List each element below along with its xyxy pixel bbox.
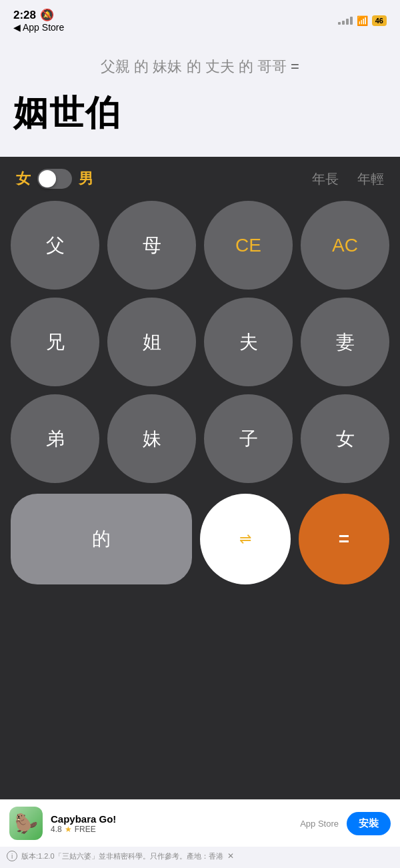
husband-button[interactable]: 夫: [204, 298, 293, 386]
ad-rating: 4.8 ★ FREE: [51, 825, 292, 834]
swap-icon: ⇌: [239, 530, 251, 548]
back-label: App Store: [23, 22, 64, 33]
male-label: 男: [79, 169, 93, 189]
ad-app-icon: 🦫: [9, 807, 43, 840]
close-icon[interactable]: ✕: [227, 851, 234, 861]
daughter-button[interactable]: 女: [301, 394, 389, 483]
equals-button[interactable]: =: [299, 494, 389, 584]
question-area: 父親 的 妹妹 的 丈夫 的 哥哥 =: [0, 37, 400, 83]
back-arrow-icon: ◀: [13, 22, 21, 33]
gender-switch[interactable]: [37, 169, 72, 189]
older-brother-button[interactable]: 兄: [11, 298, 99, 386]
ad-title: Capybara Go!: [51, 813, 292, 825]
son-button[interactable]: 子: [204, 394, 293, 483]
younger-brother-button[interactable]: 弟: [11, 394, 99, 483]
calculator-panel: 女 男 年長 年輕 父 母 CE AC 兄 姐: [0, 157, 400, 799]
ad-info: Capybara Go! 4.8 ★ FREE: [51, 813, 292, 834]
footer-note: i 版本:1.2.0「三姑六婆」並非精密科學。只作參考。產地：香港 ✕: [0, 847, 400, 868]
toggle-knob: [39, 170, 56, 187]
time-label: 2:28: [13, 9, 36, 22]
ad-install-button[interactable]: 安裝: [347, 812, 391, 835]
battery-indicator: 46: [372, 15, 387, 26]
gender-toggle[interactable]: 女 男: [16, 169, 93, 189]
older-sister-button[interactable]: 姐: [107, 298, 196, 386]
ad-free-label: FREE: [75, 825, 96, 834]
answer-area: 姻世伯: [0, 83, 400, 157]
status-left: 2:28 🔕 ◀ App Store: [13, 8, 64, 33]
question-equals-sign: =: [291, 58, 299, 75]
wifi-icon: 📶: [357, 15, 368, 26]
button-row-3: 弟 妹 子 女: [11, 394, 389, 483]
ce-button[interactable]: CE: [204, 201, 293, 290]
bottom-row: 的 ⇌ =: [11, 494, 389, 584]
status-bar: 2:28 🔕 ◀ App Store 📶 46: [0, 0, 400, 37]
female-label: 女: [16, 169, 31, 189]
younger-sister-button[interactable]: 妹: [107, 394, 196, 483]
de-button[interactable]: 的: [11, 494, 192, 584]
ad-star-icon: ★: [65, 825, 72, 834]
status-right: 📶 46: [338, 15, 387, 26]
button-row-1: 父 母 CE AC: [11, 201, 389, 290]
age-young-button[interactable]: 年輕: [357, 170, 384, 188]
answer-text: 姻世伯: [13, 90, 387, 137]
battery-level: 46: [375, 17, 383, 25]
wife-button[interactable]: 妻: [301, 298, 389, 386]
ad-store-label: App Store: [300, 819, 339, 829]
question-text: 父親 的 妹妹 的 丈夫 的 哥哥 =: [13, 57, 387, 77]
age-buttons: 年長 年輕: [312, 170, 384, 188]
bell-icon: 🔕: [40, 8, 54, 22]
info-icon[interactable]: i: [7, 851, 17, 861]
ac-button[interactable]: AC: [301, 201, 389, 290]
signal-icon: [338, 17, 353, 25]
back-link[interactable]: ◀ App Store: [13, 22, 64, 33]
footer-text: 版本:1.2.0「三姑六婆」並非精密科學。只作參考。產地：香港: [21, 851, 223, 861]
father-button[interactable]: 父: [11, 201, 99, 290]
mother-button[interactable]: 母: [107, 201, 196, 290]
ad-banner: 🦫 Capybara Go! 4.8 ★ FREE App Store 安裝: [0, 799, 400, 847]
button-row-2: 兄 姐 夫 妻: [11, 298, 389, 386]
age-long-button[interactable]: 年長: [312, 170, 339, 188]
toggle-row: 女 男 年長 年輕: [11, 169, 389, 201]
ad-rating-value: 4.8: [51, 825, 62, 834]
question-content: 父親 的 妹妹 的 丈夫 的 哥哥: [101, 57, 287, 77]
swap-button[interactable]: ⇌: [200, 494, 291, 584]
status-time: 2:28 🔕: [13, 8, 54, 22]
